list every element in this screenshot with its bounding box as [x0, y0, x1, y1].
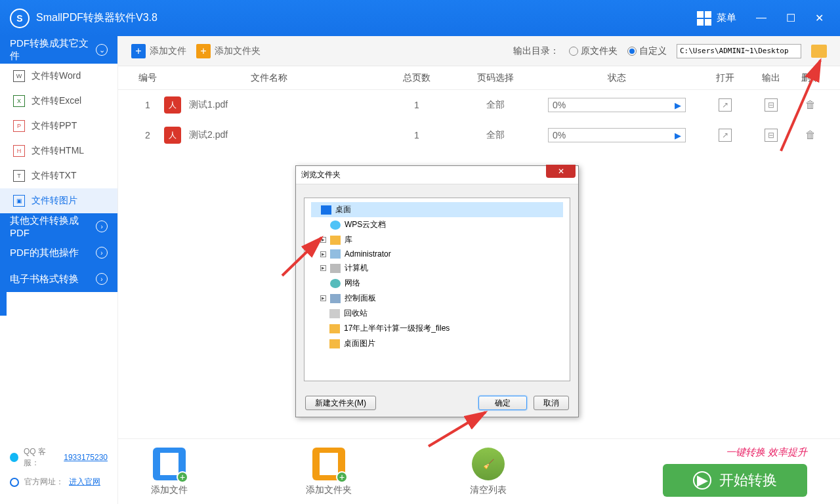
maximize-button[interactable]: ☐: [786, 12, 795, 24]
add-folder-icon: +: [312, 448, 345, 480]
sidebar-header-label: PDF转换成其它文件: [10, 37, 96, 62]
ok-button[interactable]: 确定: [478, 396, 527, 410]
html-icon: H: [13, 145, 25, 157]
progress-bar[interactable]: 0%▶: [548, 98, 686, 112]
sidebar-cat-other-to-pdf[interactable]: 其他文件转换成PDF›: [0, 213, 117, 240]
window-controls: — ☐ ✕: [756, 12, 824, 24]
col-no: 编号: [131, 72, 164, 84]
add-folder-big-button[interactable]: + 添加文件夹: [306, 448, 352, 496]
cell-status: 0%▶: [532, 98, 702, 112]
progress-bar[interactable]: 0%▶: [548, 128, 686, 142]
tree-item-control[interactable]: ▸控制面板: [311, 291, 563, 306]
browse-folder-button[interactable]: [811, 45, 827, 58]
menu-label: 菜单: [717, 12, 736, 24]
label: 清空列表: [470, 484, 507, 496]
user-icon: [330, 249, 341, 259]
col-sel: 页码选择: [459, 72, 532, 84]
bottom-bar: + 添加文件 + 添加文件夹 🧹 清空列表 一键转换 效率提升 ▶ 开始转换: [118, 438, 840, 504]
expand-icon[interactable]: ▸: [320, 265, 326, 271]
sidebar-item-image[interactable]: ▣文件转图片: [0, 188, 117, 213]
indicator-strip: [0, 292, 7, 316]
sidebar-cat-pdf-ops[interactable]: PDF的其他操作›: [0, 240, 117, 266]
table-row[interactable]: 1 人测试1.pdf 1 全部 0%▶ ↗ ⊟ 🗑: [118, 90, 840, 120]
tree-item-lib[interactable]: ▸库: [311, 232, 563, 247]
dialog-close-button[interactable]: ✕: [546, 165, 576, 178]
cancel-button[interactable]: 取消: [534, 396, 569, 410]
add-file-big-button[interactable]: + 添加文件: [151, 448, 188, 496]
play-icon: ▶: [675, 100, 681, 110]
sidebar-item-label: 文件转PPT: [32, 120, 77, 132]
output-icon[interactable]: ⊟: [765, 98, 778, 112]
trash-icon[interactable]: 🗑: [805, 129, 816, 140]
sidebar-item-html[interactable]: H文件转HTML: [0, 138, 117, 163]
cell-del: 🗑: [794, 99, 827, 111]
screen-icon: [321, 205, 331, 215]
pdf-icon: 人: [164, 96, 181, 114]
dialog-title: 浏览文件夹: [301, 169, 341, 180]
add-folder-label: 添加文件夹: [215, 45, 261, 57]
cell-name: 人测试2.pdf: [164, 127, 374, 144]
tree-item-recycle[interactable]: 回收站: [311, 306, 563, 321]
site-link[interactable]: 进入官网: [69, 476, 100, 488]
new-folder-button[interactable]: 新建文件夹(M): [305, 396, 376, 410]
play-icon: ▶: [675, 131, 681, 140]
cell-sel[interactable]: 全部: [459, 129, 532, 141]
radio-original[interactable]: 原文件夹: [569, 45, 618, 57]
tree-item-folder2[interactable]: 桌面图片: [311, 336, 563, 351]
sidebar-item-word[interactable]: W文件转Word: [0, 64, 117, 89]
minimize-button[interactable]: —: [756, 12, 766, 24]
sidebar-cat-label: 其他文件转换成PDF: [10, 215, 96, 238]
cell-sel[interactable]: 全部: [459, 99, 532, 111]
dialog-titlebar[interactable]: 浏览文件夹 ✕: [296, 166, 578, 184]
clear-list-button[interactable]: 🧹 清空列表: [470, 448, 507, 496]
network-icon: [330, 279, 341, 288]
table-header: 编号 文件名称 总页数 页码选择 状态 打开 输出 删除: [118, 66, 840, 90]
label: 添加文件夹: [306, 484, 352, 496]
sidebar-item-txt[interactable]: T文件转TXT: [0, 163, 117, 188]
chevron-right-icon: ›: [96, 220, 108, 232]
sidebar-cat-ebook[interactable]: 电子书格式转换›: [0, 266, 117, 292]
sidebar-item-excel[interactable]: X文件转Excel: [0, 89, 117, 114]
tree-item-folder1[interactable]: 17年上半年计算一级报考_files: [311, 321, 563, 336]
col-open: 打开: [702, 72, 748, 84]
plus-icon: +: [131, 44, 146, 58]
sidebar-header[interactable]: PDF转换成其它文件 ⌄: [0, 36, 117, 64]
close-button[interactable]: ✕: [815, 12, 824, 24]
open-icon[interactable]: ↗: [719, 98, 732, 112]
folder-icon: [329, 339, 340, 348]
output-icon[interactable]: ⊟: [765, 129, 778, 142]
tree-item-desktop[interactable]: 桌面: [311, 202, 563, 217]
computer-icon: [330, 264, 341, 273]
add-file-button[interactable]: +添加文件: [131, 44, 186, 58]
broom-icon: 🧹: [472, 448, 505, 480]
menu-button[interactable]: 菜单: [697, 11, 736, 26]
qq-link[interactable]: 1933175230: [64, 453, 108, 462]
expand-icon[interactable]: ▸: [320, 237, 326, 243]
expand-icon[interactable]: ▸: [320, 295, 326, 301]
slogan-text: 一键转换 效率提升: [726, 446, 807, 459]
radio-custom[interactable]: 自定义: [627, 45, 667, 57]
trash-icon[interactable]: 🗑: [805, 99, 816, 110]
col-pages: 总页数: [374, 72, 459, 84]
txt-icon: T: [13, 170, 25, 182]
cell-no: 2: [131, 130, 164, 140]
control-panel-icon: [330, 294, 341, 303]
folder-tree[interactable]: 桌面 WPS云文档 ▸库 ▸Administrator ▸计算机 网络 ▸控制面…: [304, 198, 570, 381]
sidebar-footer: QQ 客服：1933175230 官方网址：进入官网: [0, 432, 117, 504]
path-input[interactable]: [677, 44, 801, 58]
tree-item-admin[interactable]: ▸Administrator: [311, 247, 563, 261]
radio-label: 原文件夹: [581, 45, 618, 56]
tree-item-wps[interactable]: WPS云文档: [311, 217, 563, 232]
start-convert-button[interactable]: ▶ 开始转换: [663, 464, 807, 497]
folder-icon: [329, 324, 340, 333]
open-icon[interactable]: ↗: [719, 129, 732, 142]
sidebar-item-ppt[interactable]: P文件转PPT: [0, 114, 117, 138]
cell-pages: 1: [374, 130, 459, 140]
add-folder-button[interactable]: +添加文件夹: [196, 44, 261, 58]
tree-item-network[interactable]: 网络: [311, 276, 563, 291]
table-row[interactable]: 2 人测试2.pdf 1 全部 0%▶ ↗ ⊟ 🗑: [118, 120, 840, 150]
cell-open: ↗: [702, 98, 748, 112]
qq-label: QQ 客服：: [24, 446, 58, 469]
expand-icon[interactable]: ▸: [320, 251, 326, 257]
tree-item-computer[interactable]: ▸计算机: [311, 261, 563, 276]
